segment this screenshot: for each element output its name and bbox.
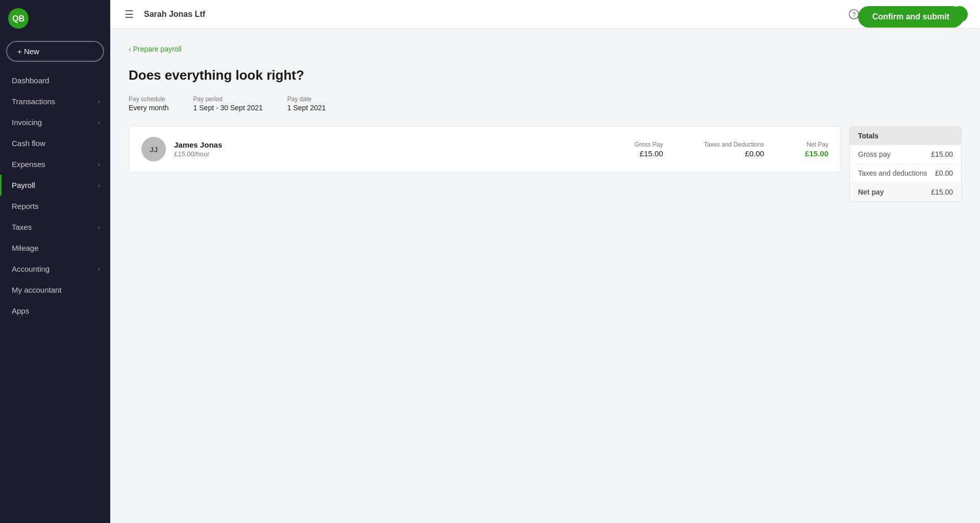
sidebar-item-invoicing[interactable]: Invoicing › xyxy=(0,112,110,133)
chevron-right-icon: › xyxy=(98,161,100,168)
sidebar-logo: QB xyxy=(0,0,110,37)
employee-avatar: JJ xyxy=(141,137,166,161)
sidebar-nav: Dashboard Transactions › Invoicing › Cas… xyxy=(0,70,110,321)
totals-taxes-row: Taxes and deductions £0.00 xyxy=(850,164,961,183)
top-header: ☰ Sarah Jonas Ltf ? Help xyxy=(110,0,980,29)
sidebar-item-dashboard[interactable]: Dashboard xyxy=(0,70,110,91)
employee-info: James Jonas £15.00/hour xyxy=(174,140,626,158)
sidebar-item-expenses[interactable]: Expenses › xyxy=(0,154,110,175)
totals-net-pay-row: Net pay £15.00 xyxy=(850,183,961,201)
employee-card: JJ James Jonas £15.00/hour Gross Pay £15… xyxy=(129,126,841,172)
pay-period-info: Pay period 1 Sept - 30 Sept 2021 xyxy=(193,96,263,112)
pay-date-info: Pay date 1 Sept 2021 xyxy=(287,96,326,112)
chevron-right-icon: › xyxy=(98,98,100,105)
sidebar-item-transactions[interactable]: Transactions › xyxy=(0,91,110,112)
chevron-right-icon: › xyxy=(98,266,100,273)
employee-name: James Jonas xyxy=(174,140,626,149)
company-name: Sarah Jonas Ltf xyxy=(144,10,840,19)
sidebar-item-reports[interactable]: Reports xyxy=(0,196,110,217)
pay-schedule-info: Pay schedule Every month xyxy=(129,96,169,112)
hamburger-button[interactable]: ☰ xyxy=(122,6,136,22)
sidebar-item-cash-flow[interactable]: Cash flow xyxy=(0,133,110,154)
svg-text:?: ? xyxy=(852,11,856,18)
page-content: ‹ Prepare payroll Does everything look r… xyxy=(110,29,980,523)
employee-rate: £15.00/hour xyxy=(174,150,626,158)
payroll-layout: JJ James Jonas £15.00/hour Gross Pay £15… xyxy=(129,126,962,202)
sidebar-item-payroll[interactable]: Payroll › xyxy=(0,175,110,196)
quickbooks-logo: QB xyxy=(8,8,29,29)
pay-info-row: Pay schedule Every month Pay period 1 Se… xyxy=(129,96,962,112)
confirm-submit-button[interactable]: Confirm and submit xyxy=(858,6,964,28)
new-button[interactable]: + New xyxy=(6,41,104,62)
totals-header: Totals xyxy=(850,127,961,145)
totals-gross-pay-row: Gross pay £15.00 xyxy=(850,145,961,164)
sidebar-item-mileage[interactable]: Mileage xyxy=(0,237,110,258)
gross-pay-col: Gross Pay £15.00 xyxy=(634,141,663,158)
pay-columns: Gross Pay £15.00 Taxes and Deductions £0… xyxy=(634,141,828,158)
sidebar: QB + New Dashboard Transactions › Invoic… xyxy=(0,0,110,523)
taxes-col: Taxes and Deductions £0.00 xyxy=(704,141,764,158)
main-area: ☰ Sarah Jonas Ltf ? Help xyxy=(110,0,980,523)
net-pay-col: Net Pay £15.00 xyxy=(805,141,828,158)
breadcrumb-icon: ‹ xyxy=(129,45,131,53)
breadcrumb[interactable]: ‹ Prepare payroll xyxy=(129,45,962,53)
page-title: Does everything look right? xyxy=(129,67,962,83)
chevron-right-icon: › xyxy=(98,182,100,189)
sidebar-item-my-accountant[interactable]: My accountant xyxy=(0,279,110,300)
sidebar-item-apps[interactable]: Apps xyxy=(0,300,110,321)
breadcrumb-label: Prepare payroll xyxy=(133,45,182,53)
svg-text:QB: QB xyxy=(12,14,24,23)
sidebar-item-taxes[interactable]: Taxes › xyxy=(0,217,110,237)
chevron-right-icon: › xyxy=(98,224,100,231)
chevron-right-icon: › xyxy=(98,119,100,126)
totals-panel: Totals Gross pay £15.00 Taxes and deduct… xyxy=(849,126,962,202)
sidebar-item-accounting[interactable]: Accounting › xyxy=(0,258,110,279)
